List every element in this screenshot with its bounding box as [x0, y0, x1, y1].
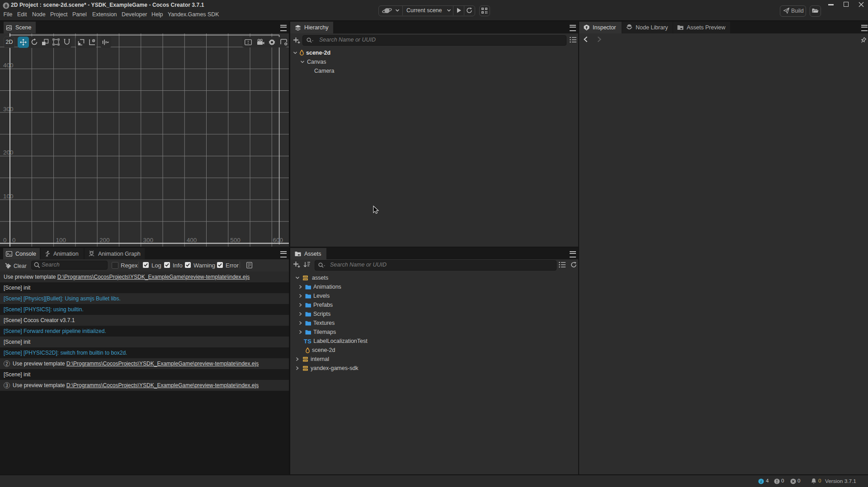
- svg-text:0: 0: [3, 237, 7, 244]
- svg-text:100: 100: [3, 193, 14, 200]
- svg-text:600: 600: [273, 237, 283, 244]
- svg-text:200: 200: [99, 237, 110, 244]
- svg-text:200: 200: [3, 149, 14, 156]
- svg-text:400: 400: [187, 237, 197, 244]
- svg-text:0: 0: [12, 237, 16, 244]
- svg-text:500: 500: [230, 237, 241, 244]
- svg-text:100: 100: [56, 237, 66, 244]
- svg-text:300: 300: [3, 106, 14, 112]
- svg-text:300: 300: [143, 237, 153, 244]
- svg-text:400: 400: [3, 62, 14, 69]
